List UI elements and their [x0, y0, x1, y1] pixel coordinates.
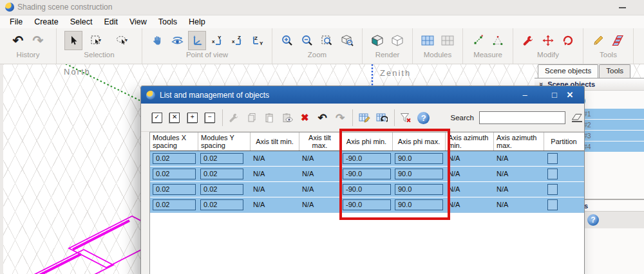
- axis-phi-min-field[interactable]: -90.0: [343, 199, 391, 210]
- render-solid-icon[interactable]: [368, 31, 386, 50]
- rotate-icon[interactable]: [559, 31, 577, 50]
- paste-view-icon[interactable]: [279, 110, 294, 125]
- measure-angle-icon[interactable]: [489, 31, 507, 50]
- table-row[interactable]: 0.02 0.02 N/A N/A -90.0 90.0 N/A N/A: [150, 167, 584, 182]
- modules-y-spacing-field[interactable]: 0.02: [200, 153, 243, 164]
- table-restore-icon[interactable]: [374, 110, 389, 125]
- delete-icon[interactable]: ✖: [297, 110, 312, 125]
- menu-help[interactable]: Help: [183, 16, 211, 28]
- axis-tilt-max-value: N/A: [302, 197, 314, 212]
- tab-scene-objects[interactable]: Scene objects: [538, 64, 598, 78]
- pan-hand-icon[interactable]: [148, 31, 166, 50]
- toolbar-group-tools: Tools: [583, 28, 634, 64]
- move-icon[interactable]: [539, 31, 557, 50]
- deselect-all-icon[interactable]: ✕: [167, 110, 182, 125]
- toolbar-group-modify: Modify: [513, 28, 583, 64]
- zy-plane-icon[interactable]: ZY: [248, 31, 266, 50]
- search-input[interactable]: [479, 111, 565, 124]
- column-header[interactable]: Axis tilt min.: [250, 132, 299, 151]
- column-header[interactable]: Axis azimuth min.: [445, 132, 493, 151]
- partition-checkbox[interactable]: [547, 199, 558, 210]
- menu-file[interactable]: File: [4, 16, 28, 28]
- axis-phi-max-field[interactable]: 90.0: [395, 199, 443, 210]
- column-header[interactable]: Axis phi min.: [340, 132, 392, 151]
- xy-plane-icon[interactable]: xY: [208, 31, 226, 50]
- dialog-close-button[interactable]: ✕: [558, 86, 582, 104]
- zoom-in-icon[interactable]: [278, 31, 296, 50]
- modules-x-spacing-field[interactable]: 0.02: [153, 153, 196, 164]
- clear-search-eraser-icon[interactable]: [571, 113, 584, 122]
- redo-icon[interactable]: ↷: [332, 110, 347, 125]
- axis-phi-max-field[interactable]: 90.0: [395, 169, 443, 179]
- column-header[interactable]: Partition: [544, 132, 583, 151]
- axis-phi-max-field[interactable]: 90.0: [395, 153, 443, 164]
- modules-x-spacing-field[interactable]: 0.02: [153, 169, 196, 179]
- svg-text:x: x: [212, 39, 215, 44]
- zoom-extents-icon[interactable]: [338, 31, 356, 50]
- table-row[interactable]: 0.02 0.02 N/A N/A -90.0 90.0 N/A N/A: [150, 151, 584, 167]
- copy-icon[interactable]: [244, 110, 259, 125]
- column-header[interactable]: Modules X spacing: [150, 132, 198, 151]
- modules-y-spacing-field[interactable]: 0.02: [200, 169, 243, 179]
- clear-filter-icon[interactable]: [399, 110, 413, 125]
- partition-checkbox[interactable]: [547, 184, 558, 195]
- svg-text:Y: Y: [218, 35, 222, 41]
- column-header[interactable]: Modules Y spacing: [198, 132, 250, 151]
- dialog-help-icon[interactable]: ?: [416, 110, 431, 125]
- undo-icon[interactable]: ↶: [315, 110, 330, 125]
- column-header[interactable]: Axis azimuth max.: [493, 132, 544, 151]
- partition-checkbox[interactable]: [547, 169, 558, 179]
- orbit-eye-icon[interactable]: [168, 31, 186, 50]
- axis-phi-min-field[interactable]: -90.0: [343, 169, 391, 179]
- modules-x-spacing-field[interactable]: 0.02: [153, 184, 196, 195]
- undo-icon[interactable]: ↶: [9, 31, 27, 50]
- menu-view[interactable]: View: [124, 16, 153, 28]
- zoom-region-icon[interactable]: [318, 31, 336, 50]
- table-edit-icon[interactable]: [357, 110, 372, 125]
- redo-icon[interactable]: ↷: [29, 31, 47, 50]
- list-management-dialog: List and management of objects – □ ✕ ✓ ✕…: [140, 86, 585, 274]
- window-minimize-button[interactable]: [619, 7, 626, 8]
- menu-edit[interactable]: Edit: [98, 16, 124, 28]
- modules-x-spacing-field[interactable]: 0.02: [153, 199, 196, 210]
- axis-tilt-min-value: N/A: [253, 197, 265, 212]
- menu-select[interactable]: Select: [64, 16, 99, 28]
- column-header[interactable]: Axis phi max.: [392, 132, 445, 151]
- axis-phi-min-field[interactable]: -90.0: [343, 153, 391, 164]
- zoom-out-icon[interactable]: [298, 31, 316, 50]
- render-wireframe-icon[interactable]: [388, 31, 406, 50]
- axes-icon[interactable]: [188, 31, 206, 50]
- modify-wrench-icon[interactable]: [519, 31, 537, 50]
- xz-plane-icon[interactable]: xZ: [228, 31, 246, 50]
- toolbar-group-modules: Modules: [413, 28, 463, 64]
- axis-phi-max-field[interactable]: 90.0: [395, 184, 443, 195]
- table-row[interactable]: 0.02 0.02 N/A N/A -90.0 90.0 N/A N/A: [150, 197, 584, 213]
- modules-y-spacing-field[interactable]: 0.02: [200, 184, 243, 195]
- axis-phi-min-field[interactable]: -90.0: [343, 184, 391, 195]
- modules-off-icon[interactable]: [439, 31, 457, 50]
- object-list-icon[interactable]: [609, 31, 627, 50]
- edit-pencil-icon[interactable]: [589, 31, 607, 50]
- partition-checkbox[interactable]: [547, 153, 558, 164]
- marquee-select-icon[interactable]: ▾: [84, 31, 108, 50]
- lasso-select-icon[interactable]: ▾: [109, 31, 134, 50]
- properties-wrench-icon[interactable]: [227, 110, 242, 125]
- pv-field-object[interactable]: [26, 250, 113, 274]
- paste-icon[interactable]: [262, 110, 277, 125]
- cursor-icon[interactable]: [64, 31, 82, 50]
- collapse-icon[interactable]: −: [202, 110, 217, 125]
- column-header[interactable]: Axis tilt max.: [299, 132, 340, 151]
- tab-tools[interactable]: Tools: [599, 64, 630, 78]
- menu-create[interactable]: Create: [28, 16, 64, 28]
- svg-text:Y: Y: [260, 41, 263, 46]
- help-icon[interactable]: ?: [587, 214, 599, 226]
- modules-on-icon[interactable]: [419, 31, 437, 50]
- measure-distance-icon[interactable]: [469, 31, 487, 50]
- dialog-minimize-button[interactable]: –: [513, 86, 536, 104]
- table-row[interactable]: 0.02 0.02 N/A N/A -90.0 90.0 N/A N/A: [150, 182, 584, 197]
- expand-icon[interactable]: +: [185, 110, 200, 125]
- menu-tools[interactable]: Tools: [153, 16, 183, 28]
- modules-y-spacing-field[interactable]: 0.02: [200, 199, 243, 210]
- select-all-icon[interactable]: ✓: [149, 110, 164, 125]
- main-toolbar: ↶ ↷ History ▾ ▾ Selection: [0, 28, 644, 64]
